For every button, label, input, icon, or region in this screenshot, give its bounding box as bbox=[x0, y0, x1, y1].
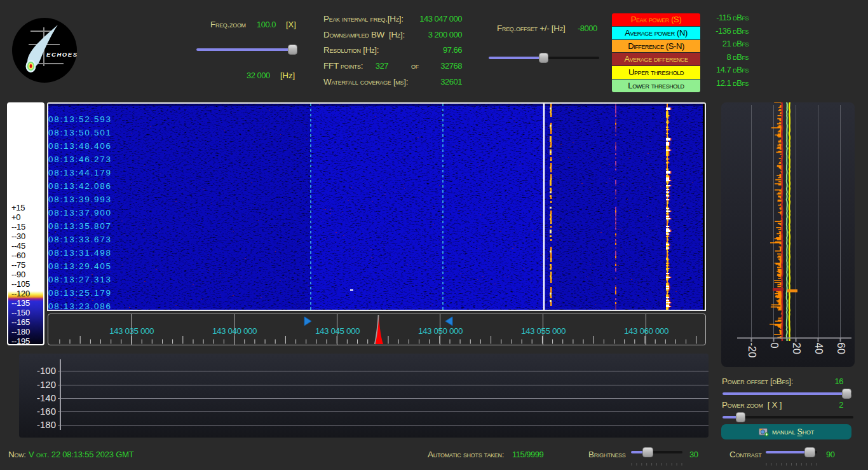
svg-text:-160: -160 bbox=[37, 406, 56, 417]
svg-text:08:13:42.086: 08:13:42.086 bbox=[48, 181, 112, 191]
svg-text:08:13:48.406: 08:13:48.406 bbox=[48, 141, 112, 151]
svg-text:08:13:27.313: 08:13:27.313 bbox=[48, 275, 112, 284]
svg-text:0: 0 bbox=[769, 343, 780, 349]
svg-text:20: 20 bbox=[791, 343, 803, 354]
svg-text:08:13:37.900: 08:13:37.900 bbox=[48, 208, 112, 218]
svg-text:-180: -180 bbox=[37, 419, 56, 430]
svg-text:143 050 000: 143 050 000 bbox=[418, 326, 463, 336]
svg-text:08:13:23.086: 08:13:23.086 bbox=[48, 301, 112, 310]
svg-text:08:13:39.993: 08:13:39.993 bbox=[48, 195, 112, 204]
svg-text:143 035 000: 143 035 000 bbox=[109, 326, 154, 336]
svg-text:143 060 000: 143 060 000 bbox=[624, 326, 668, 336]
svg-text:143 055 000: 143 055 000 bbox=[521, 326, 566, 336]
svg-text:08:13:25.179: 08:13:25.179 bbox=[48, 288, 112, 298]
svg-text:08:13:52.593: 08:13:52.593 bbox=[48, 114, 112, 124]
svg-text:-140: -140 bbox=[37, 392, 56, 403]
svg-text:08:13:44.179: 08:13:44.179 bbox=[48, 168, 112, 177]
svg-text:08:13:31.498: 08:13:31.498 bbox=[48, 248, 112, 258]
svg-text:-20: -20 bbox=[747, 343, 758, 358]
svg-text:143 040 000: 143 040 000 bbox=[212, 326, 257, 336]
svg-text:08:13:33.673: 08:13:33.673 bbox=[48, 235, 112, 244]
svg-text:ECHOES: ECHOES bbox=[46, 51, 77, 58]
svg-text:143 045 000: 143 045 000 bbox=[315, 326, 360, 336]
svg-text:-120: -120 bbox=[37, 379, 56, 390]
svg-text:08:13:46.273: 08:13:46.273 bbox=[48, 155, 112, 164]
svg-text:08:13:50.501: 08:13:50.501 bbox=[48, 128, 112, 137]
svg-text:-100: -100 bbox=[37, 365, 56, 376]
svg-text:08:13:29.405: 08:13:29.405 bbox=[48, 261, 112, 271]
svg-text:08:13:35.807: 08:13:35.807 bbox=[48, 221, 112, 231]
svg-text:40: 40 bbox=[813, 343, 825, 354]
svg-text:60: 60 bbox=[836, 343, 847, 354]
